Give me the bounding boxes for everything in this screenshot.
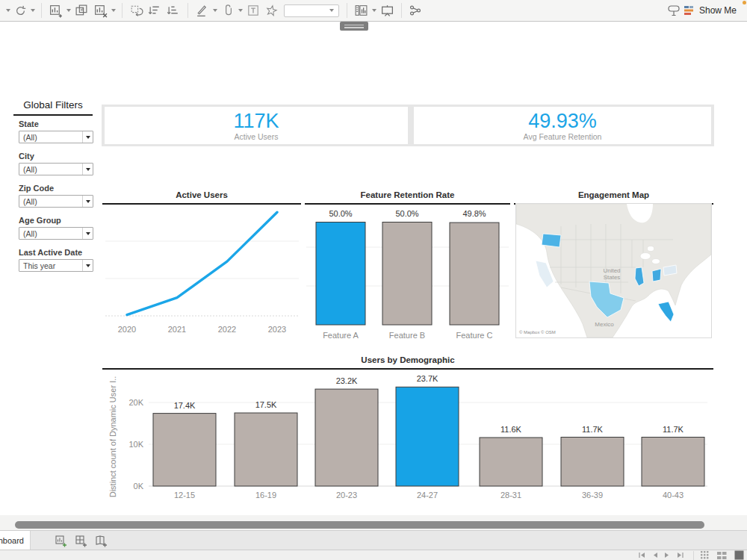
presentation-mode-button[interactable] [378,1,397,19]
y-tick-label: 10K [128,440,143,449]
y-tick-label: 0K [134,482,144,491]
horizontal-scrollbar-thumb[interactable] [15,521,704,529]
sheet-sorter-view-button[interactable] [700,550,710,560]
bar-category-label: 24-27 [417,491,438,500]
bar-value-label: 11.7K [663,425,684,434]
map-state-washington[interactable] [542,234,561,247]
last-sheet-button[interactable] [676,552,684,559]
kpi-card-avg-feature-retention: 49.93% Avg Feature Retention [414,107,711,144]
retention-bar-feature-c[interactable] [450,223,499,325]
bar-category-label: 16-19 [255,491,276,500]
refresh-button[interactable] [12,1,29,19]
bar-value-label: 50.0% [329,209,352,218]
sort-ascending-button[interactable] [146,1,164,19]
text-object-button[interactable] [244,1,262,19]
filter-label-last-active-date: Last Active Date [19,248,97,257]
notification-dot [743,1,746,4]
toolbar-divider [187,3,188,18]
fit-selector[interactable] [284,4,339,17]
main-toolbar: Show Me [0,0,747,22]
status-bar [0,550,747,560]
filter-dropdown-city[interactable]: (All) [19,163,93,175]
demographic-bar-36-39[interactable] [561,438,624,487]
demographic-bar-28-31[interactable] [480,438,542,486]
show-hide-cards-button[interactable] [352,1,371,19]
show-me-icon [684,5,695,16]
bar-category-label: Feature C [456,331,493,340]
active-users-line[interactable] [127,212,277,314]
users-by-demographic-bar-chart[interactable]: 0K10K20KDistinct count of Dynamic User I… [102,370,713,508]
feature-retention-bar-chart[interactable]: 50.0%Feature A50.0%Feature B49.8%Feature… [305,203,510,342]
new-worksheet-button[interactable] [46,1,65,19]
redo-caret-icon[interactable] [6,9,10,12]
new-sheet-caret-icon[interactable] [66,9,71,12]
statusbar-divider [693,551,694,560]
bar-value-label: 11.6K [500,425,522,434]
bar-value-label: 23.7K [417,374,438,383]
paperclip-caret-icon[interactable] [238,9,243,12]
demographic-bar-20-23[interactable] [315,389,378,486]
map-label-mexico: Mexico [595,321,614,328]
new-dashboard-tab-button[interactable] [70,531,90,550]
map-state-ohio[interactable] [652,269,661,281]
retention-bar-feature-a[interactable] [316,223,365,326]
retention-bar-feature-b[interactable] [382,223,432,326]
fit-caret-icon [329,9,334,12]
bar-category-label: Feature A [323,331,359,340]
bar-category-label: Feature B [389,331,425,340]
share-button[interactable] [406,1,424,19]
filter-dropdown-zip-code[interactable]: (All) [19,195,93,208]
active-users-line-chart[interactable]: 2020202120222023 [102,204,301,340]
horizontal-scrollbar-track[interactable] [0,515,747,530]
line-chart-title: Active Users [102,190,301,205]
kpi-band: 117K Active Users 49.93% Avg Feature Ret… [102,105,714,146]
sort-descending-button[interactable] [164,1,183,19]
highlight-caret-icon[interactable] [213,9,217,12]
tab-dashboard[interactable]: Dashboard [0,531,31,550]
toolbar-divider [401,3,402,18]
x-tick-label: 2021 [168,325,186,334]
filter-dropdown-state[interactable]: (All) [19,131,93,143]
bar-value-label: 17.5K [255,400,277,409]
filters-panel: State (All) City (All) Zip Code (All) Ag… [19,119,97,280]
x-tick-label: 2023 [268,325,286,334]
chevron-down-icon [82,196,93,207]
bar-value-label: 17.4K [174,401,196,410]
demographic-bar-12-15[interactable] [153,414,216,486]
duplicate-sheet-button[interactable] [72,1,91,19]
filter-label-age-group: Age Group [19,216,97,225]
first-sheet-button[interactable] [638,552,646,559]
bar-value-label: 11.7K [582,425,604,434]
paperclip-button[interactable] [219,1,237,19]
bar-category-label: 20-23 [336,491,357,500]
demographic-bar-40-43[interactable] [642,438,704,487]
demographic-bar-24-27[interactable] [396,387,459,486]
y-tick-label: 20K [128,398,143,407]
kpi-card-active-users: 117K Active Users [105,107,408,144]
clear-caret-icon[interactable] [111,9,116,12]
filter-dropdown-last-active-date[interactable]: This year [19,259,93,272]
show-me-button[interactable]: Show Me [684,5,743,16]
tooltip-command-button[interactable] [664,1,684,19]
refresh-caret-icon[interactable] [31,9,35,12]
filter-dropdown-age-group[interactable]: (All) [19,227,93,240]
swap-rows-columns-button[interactable] [127,1,146,19]
new-story-tab-button[interactable] [90,531,111,550]
bar-category-label: 28-31 [500,491,521,500]
clear-sheet-button[interactable] [91,1,110,19]
engagement-map[interactable]: United States Mexico © Mapbox © OSM [515,203,712,338]
highlight-button[interactable] [193,1,211,19]
previous-sheet-button[interactable] [652,552,658,559]
show-sheet-view-button[interactable] [734,550,744,560]
bar-category-label: 40-43 [663,491,684,500]
dashboard-drag-handle[interactable] [340,22,368,31]
next-sheet-button[interactable] [664,552,670,559]
cards-caret-icon[interactable] [372,9,376,12]
fix-axes-button[interactable] [262,1,281,19]
demographic-chart-title: Users by Demographic [102,355,713,370]
filter-label-city: City [19,152,97,161]
demographic-bar-16-19[interactable] [235,413,297,486]
new-worksheet-tab-button[interactable] [50,531,70,550]
filmstrip-view-button[interactable] [716,550,728,560]
tableau-window: Show Me Global Filters State (All) City … [0,0,747,560]
